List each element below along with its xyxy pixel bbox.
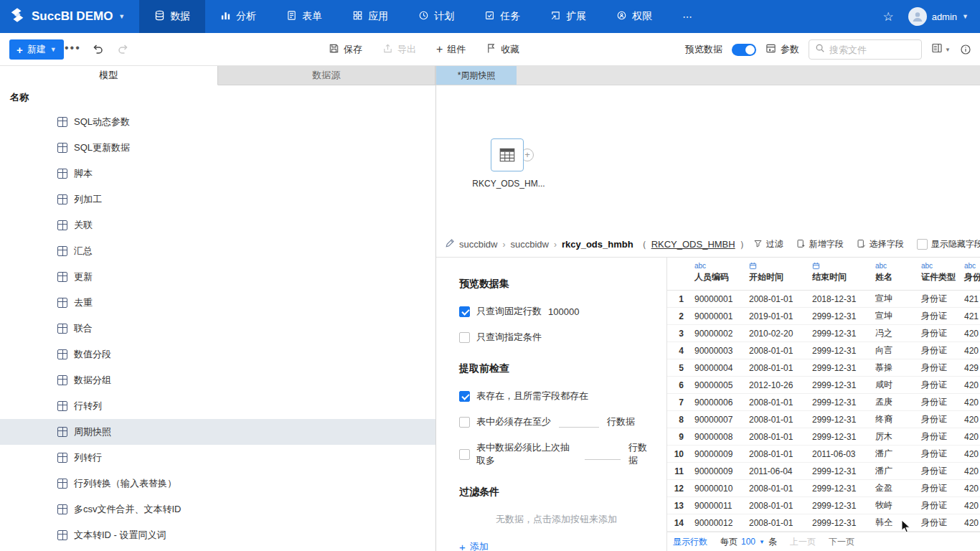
table-row[interactable]: 9900000082008-01-012999-12-31厉木身份证420 [667,428,980,446]
more-rows-suffix: 行数据 [628,441,654,467]
more-actions-button[interactable]: ••• [65,42,81,55]
column-header[interactable]: abc证件类型 [917,258,960,290]
fixed-rows-value[interactable]: 100000 [548,306,579,317]
save-button[interactable]: 保存 [329,43,362,56]
min-rows-input[interactable] [559,417,599,428]
select-fields-button[interactable]: 选择字段 [857,238,904,250]
params-button[interactable]: 参数 [765,43,799,56]
brand-menu[interactable]: SuccBI DEMO ▼ [0,0,139,33]
table-row[interactable]: 12900000102008-01-012999-12-31金盈身份证420 [667,480,980,497]
breadcrumb-item[interactable]: succbidw [459,239,497,250]
show-hidden-checkbox[interactable] [917,239,928,250]
list-item[interactable]: 去重 [0,290,435,316]
nav-item-tasks[interactable]: 任务 [469,0,535,33]
add-field-icon [796,239,806,250]
redo-button[interactable] [116,42,129,58]
list-item[interactable]: 行列转换（输入表替换） [0,471,435,496]
list-item[interactable]: 文本转ID - 设置同义词 [0,522,435,548]
breadcrumb-item[interactable]: succbidw [510,239,548,250]
list-item[interactable]: 列加工 [0,187,435,212]
tab-datasources[interactable]: 数据源 [218,66,436,85]
nav-item-apps[interactable]: 应用 [337,0,403,33]
more-rows-checkbox[interactable] [459,449,470,460]
list-item-selected[interactable]: 周期快照 [0,419,435,445]
nav-item-forms[interactable]: 表单 [271,0,337,33]
filter-label: 过滤 [766,238,783,250]
add-component-button[interactable]: + 组件 [436,43,466,56]
nav-item-plans[interactable]: 计划 [403,0,469,33]
show-rows-link[interactable]: 显示行数 [673,536,707,548]
list-item[interactable]: 联合 [0,316,435,342]
nav-item-analysis[interactable]: 分析 [205,0,271,33]
min-rows-checkbox[interactable] [459,417,470,428]
physical-table-link[interactable]: RKCY_ODS_HMBH [651,239,735,250]
table-row[interactable]: 11900000092011-06-042999-12-31潘广身份证420 [667,463,980,480]
column-header[interactable]: abc人员编码 [690,258,745,290]
model-file-icon [57,504,67,514]
preview-data-toggle[interactable] [732,44,756,56]
list-item-label: 脚本 [74,167,93,180]
table-row[interactable]: 1900000012008-01-012018-12-31宣坤身份证421 [667,291,980,308]
column-header[interactable]: abc姓名 [871,258,917,290]
table-row[interactable]: 14900000122008-01-012999-12-31韩仝身份证420 [667,514,980,532]
main-nav: 数据 分析 表单 应用 计划 任务 [139,0,707,33]
model-file-icon [57,143,67,153]
user-menu[interactable]: admin ▼ [908,7,969,26]
search-input[interactable] [829,44,915,55]
list-item[interactable]: 数值分段 [0,342,435,367]
table-row[interactable]: 3900000022010-02-202999-12-31冯之身份证420 [667,325,980,342]
table-row[interactable]: 6900000052012-10-262999-12-31咸时身份证420 [667,377,980,394]
favorite-star-icon[interactable]: ☆ [882,11,893,23]
list-item[interactable]: 行转列 [0,393,435,419]
column-header[interactable]: 结束时间 [808,258,871,290]
nav-item-permissions[interactable]: 权限 [601,0,667,33]
column-header[interactable]: abc身份 [960,258,980,290]
list-item[interactable]: 关联 [0,212,435,238]
nav-item-data[interactable]: 数据 [139,0,205,33]
more-rows-input[interactable] [585,449,621,460]
list-item[interactable]: 多csv文件合并、文本转ID [0,496,435,522]
list-item[interactable]: 数据分组 [0,367,435,393]
table-row[interactable]: 13900000112008-01-012999-12-31牧峙身份证420 [667,497,980,514]
add-filter-button[interactable]: + 添加 [459,540,489,551]
nav-item-more[interactable]: ⋯ [667,0,707,33]
model-file-icon [57,453,67,463]
per-page-select[interactable]: 100 [741,537,755,547]
show-hidden-fields-toggle[interactable]: 显示隐藏字段 [917,238,980,250]
flow-canvas[interactable]: + RKCY_ODS_HM... [436,85,980,232]
favorite-button[interactable]: 收藏 [486,43,519,56]
filter-button[interactable]: 过滤 [753,238,783,250]
table-node[interactable] [491,138,524,171]
export-button[interactable]: 导出 [382,43,416,56]
table-exists-checkbox[interactable] [459,391,470,402]
new-button[interactable]: + 新建 ▼ [9,39,64,60]
list-item[interactable]: 脚本 [0,161,435,187]
nav-item-extensions[interactable]: 扩展 [535,0,601,33]
tab-models[interactable]: 模型 [0,66,218,85]
table-row[interactable]: 8900000072008-01-012999-12-31终裔身份证420 [667,411,980,428]
paren-close: ） [740,238,749,251]
add-field-button[interactable]: 新增字段 [796,238,844,250]
table-row[interactable]: 5900000042008-01-012999-12-31慕操身份证429 [667,359,980,377]
table-row[interactable]: 2900000012019-01-012999-12-31宣坤身份证421 [667,308,980,325]
list-item[interactable]: SQL更新数据 [0,135,435,161]
next-page-button[interactable]: 下一页 [829,536,854,548]
table-row[interactable]: 10900000092008-01-012011-06-03潘广身份证420 [667,446,980,463]
list-item[interactable]: 汇总 [0,238,435,264]
editor-area: *周期快照 + RKCY_ODS_HM... succbidw › succbi… [436,66,980,551]
list-item[interactable]: 更新 [0,264,435,290]
list-item[interactable]: 列转行 [0,445,435,471]
condition-checkbox[interactable] [459,332,470,343]
layout-button[interactable]: ▼ [931,42,951,57]
table-row[interactable]: 7900000062008-01-012999-12-31孟庚身份证420 [667,394,980,411]
prev-page-button[interactable]: 上一页 [790,536,816,548]
undo-button[interactable] [92,42,105,58]
table-row[interactable]: 4900000032008-01-012999-12-31向言身份证420 [667,342,980,359]
fixed-rows-checkbox[interactable] [459,306,470,317]
list-item[interactable]: SQL动态参数 [0,109,435,135]
toolbar: + 新建 ▼ ••• 保存 导出 + 组件 收 [0,33,980,66]
column-header[interactable]: 开始时间 [745,258,808,290]
tab-periodic-snapshot[interactable]: *周期快照 [436,66,517,85]
export-icon [382,43,393,56]
info-button[interactable] [960,44,971,55]
